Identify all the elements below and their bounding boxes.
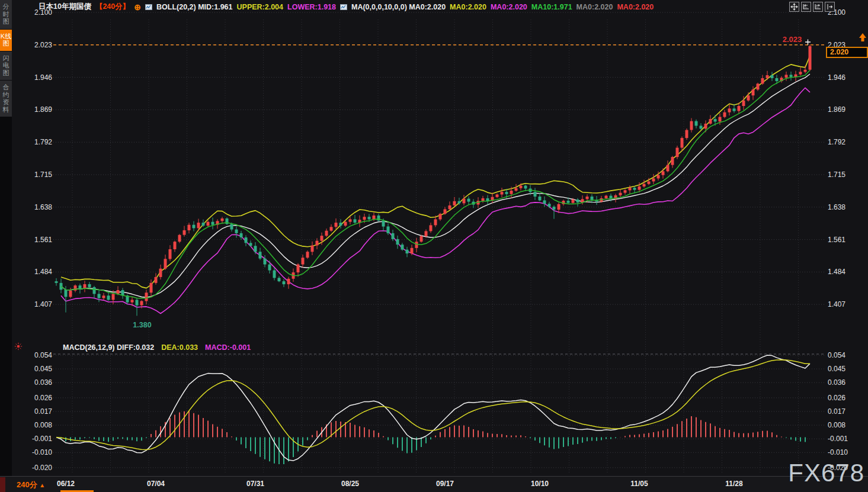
axis-label: 1.484 bbox=[34, 268, 52, 276]
x-axis-date-label: 07/31 bbox=[246, 480, 264, 488]
axis-label: 0.036 bbox=[828, 378, 845, 387]
x-axis-date-label: 07/04 bbox=[147, 480, 165, 488]
axis-label: 1.869 bbox=[828, 105, 845, 114]
chart-canvas[interactable]: 2.0231.3802.1002.0231.9461.8691.7921.715… bbox=[0, 0, 868, 492]
axis-label: 1.792 bbox=[34, 138, 52, 146]
header-indicator-text: 【240分】 bbox=[95, 2, 130, 12]
sidebar: 分时图 K线图 闪电图 合约资料 bbox=[0, 0, 12, 492]
axis-label: 0.045 bbox=[34, 365, 52, 373]
macd-axis-left: 0.0540.0450.0360.0260.0170.008-0.001-0.0… bbox=[32, 351, 52, 472]
x-axis-date-label: 08/25 bbox=[341, 480, 359, 488]
chart-header: 日本10年期国债【240分】⊕BOLL(20,2) MID:1.961UPPER… bbox=[39, 2, 654, 12]
bollinger-bands bbox=[61, 56, 810, 313]
header-indicator-text: 日本10年期国债 bbox=[39, 2, 91, 12]
indicator-chart-icon[interactable] bbox=[340, 4, 347, 11]
sidebar-tab-lightning[interactable]: 闪电图 bbox=[0, 52, 12, 81]
axis-label: -0.010 bbox=[828, 448, 848, 456]
axis-label: 0.008 bbox=[34, 421, 52, 429]
header-indicator-text: UPPER:2.004 bbox=[237, 3, 284, 11]
x-axis-date-label: 06/12 bbox=[57, 480, 75, 488]
chart-toolbar bbox=[789, 2, 835, 12]
header-indicator-text: LOWER:1.918 bbox=[287, 3, 336, 11]
pan-right-icon[interactable] bbox=[825, 2, 835, 12]
x-axis-date-label: 11/05 bbox=[630, 480, 648, 488]
axis-label: -0.001 bbox=[828, 435, 848, 443]
crosshair-icon[interactable] bbox=[789, 2, 799, 12]
candlestick-series bbox=[55, 45, 812, 316]
header-indicator-text: BOLL(20,2) MID:1.961 bbox=[156, 3, 233, 11]
axis-label: 1.946 bbox=[828, 73, 845, 82]
period-selector[interactable]: 240分 ▲ bbox=[17, 480, 45, 490]
x-axis-date-label: 11/28 bbox=[725, 480, 742, 488]
axis-label: 1.561 bbox=[828, 236, 845, 244]
axis-label: 0.054 bbox=[828, 351, 845, 359]
axis-label: -0.010 bbox=[32, 448, 52, 456]
axis-label: 0.008 bbox=[828, 421, 845, 429]
indicator-chart-icon[interactable] bbox=[145, 4, 152, 11]
settings-circle-icon[interactable]: ⊕ bbox=[134, 2, 141, 12]
macd-indicator-text: DEA:0.033 bbox=[161, 343, 198, 352]
header-indicator-text: MA0:2.020 bbox=[576, 3, 613, 11]
gridlines bbox=[53, 12, 825, 472]
annotations: 2.0231.380 bbox=[53, 33, 866, 329]
axis-label: 1.407 bbox=[828, 300, 845, 308]
axis-label: 1.715 bbox=[828, 171, 845, 179]
last-high-label: 2.023 bbox=[783, 35, 802, 44]
axis-label: 1.946 bbox=[34, 73, 52, 82]
axis-label: 1.792 bbox=[828, 138, 845, 146]
ma10-line bbox=[61, 70, 810, 298]
axis-label: 1.484 bbox=[828, 268, 845, 276]
axis-label: 1.561 bbox=[34, 236, 52, 244]
macd-indicator-text: MACD:-0.001 bbox=[205, 343, 251, 352]
header-indicator-text: MA(0,0,0,10,0,0) MA0:2.020 bbox=[351, 3, 446, 11]
axis-label: -0.020 bbox=[32, 464, 52, 472]
axis-label: 1.638 bbox=[34, 203, 52, 211]
axis-label: 0.045 bbox=[828, 365, 845, 373]
axis-label: 0.017 bbox=[828, 407, 845, 416]
period-label: 240分 bbox=[17, 480, 37, 489]
trading-app-window: 2.0231.3802.1002.0231.9461.8691.7921.715… bbox=[0, 0, 868, 492]
price-up-arrow-icon bbox=[859, 33, 866, 41]
axis-label: 1.638 bbox=[828, 203, 845, 211]
macd-indicator-text: MACD(26,12,9) DIFF:0.032 bbox=[63, 343, 154, 352]
crosshair-marker-icon bbox=[805, 40, 811, 45]
axis-label: 0.054 bbox=[34, 351, 52, 359]
last-price-tag: 2.020 bbox=[826, 47, 868, 58]
header-indicator-text: MA0:2.020 bbox=[450, 3, 486, 11]
compress-x-axis-icon[interactable] bbox=[801, 2, 811, 12]
axis-label: 0.036 bbox=[34, 378, 52, 387]
watermark: FX678 bbox=[788, 459, 864, 487]
axis-label: -0.001 bbox=[32, 435, 52, 443]
alert-burst-icon bbox=[14, 342, 23, 352]
time-axis-bar: 240分 ▲ 06/1207/0407/3108/2509/1710/1011/… bbox=[0, 476, 868, 492]
sidebar-tab-kline[interactable]: K线图 bbox=[0, 30, 12, 51]
sidebar-tab-intraday[interactable]: 分时图 bbox=[0, 0, 12, 29]
header-indicator-text: MA0:2.020 bbox=[491, 3, 527, 11]
macd-header: MACD(26,12,9) DIFF:0.032DEA:0.033MACD:-0… bbox=[14, 342, 251, 352]
expand-x-axis-icon[interactable] bbox=[813, 2, 823, 12]
period-arrow-icon: ▲ bbox=[39, 482, 45, 488]
bottom-left-handle[interactable] bbox=[0, 477, 5, 492]
sidebar-tab-contract-info[interactable]: 合约资料 bbox=[0, 81, 12, 117]
macd-panel bbox=[56, 355, 810, 464]
axis-label: 0.026 bbox=[34, 394, 52, 402]
axis-label: 1.869 bbox=[34, 105, 52, 114]
axis-label: 1.407 bbox=[34, 300, 52, 308]
x-axis-date-label: 10/10 bbox=[531, 480, 549, 488]
axis-label: 1.715 bbox=[34, 171, 52, 179]
header-indicator-text: MA10:1.971 bbox=[531, 3, 572, 11]
price-axis-left: 2.1002.0231.9461.8691.7921.7151.6381.561… bbox=[34, 8, 52, 308]
swing-low-label: 1.380 bbox=[133, 321, 151, 329]
macd-axis-right: 0.0540.0450.0360.0260.0170.008-0.001-0.0… bbox=[828, 351, 848, 472]
axis-label: 2.023 bbox=[34, 41, 52, 49]
x-axis-date-label: 09/17 bbox=[436, 480, 454, 488]
axis-label: 0.026 bbox=[828, 394, 845, 402]
axis-label: 0.017 bbox=[34, 407, 52, 416]
header-indicator-text: MA0:2.020 bbox=[617, 3, 654, 11]
